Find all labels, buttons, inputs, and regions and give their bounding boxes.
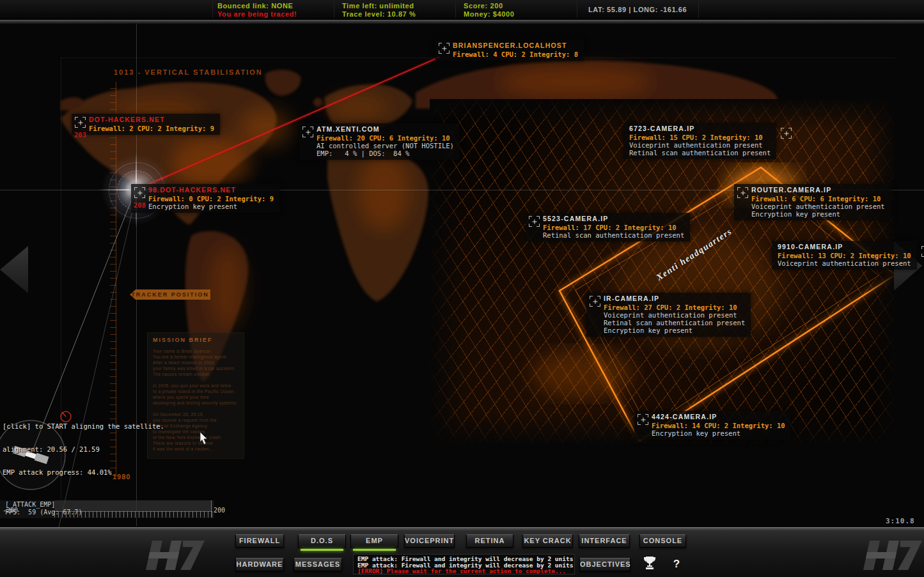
node-hostname: IR-CAMERA.IP — [604, 295, 745, 302]
node-info-line: Voiceprint authentication present — [604, 311, 745, 319]
emp-button[interactable]: EMP — [350, 534, 398, 548]
help-button[interactable]: ? — [666, 556, 687, 573]
node-5523-camera-ip[interactable]: 5523-CAMERA.IPFirewall: 17 CPU: 2 Integr… — [526, 213, 690, 242]
node-router-camera-ip[interactable]: ROUTER.CAMERA.IPFirewall: 6 CPU: 6 Integ… — [734, 184, 891, 220]
target-crosshair-icon — [737, 187, 748, 198]
node-hostname: 6723-CAMERA.IP — [629, 125, 771, 132]
node-hostname: ROUTER.CAMERA.IP — [751, 186, 885, 194]
node-trace-number: 208 — [134, 201, 146, 209]
achievements-button[interactable] — [639, 556, 660, 573]
mission-brief-line: to investigate the causes — [153, 429, 239, 435]
node-info-line: Retinal scan authentication present — [543, 231, 684, 239]
node-stats: Firewall: 0 CPU: 2 Integrity: 9 — [148, 195, 274, 203]
mission-brief-line: In 2005, you quit your work and retire — [153, 383, 239, 389]
console-button[interactable]: CONSOLE — [639, 534, 686, 548]
node-stats: Firewall: 4 CPU: 2 Integrity: 8 — [453, 50, 578, 58]
mission-brief-line: developing and testing security systems. — [153, 400, 239, 406]
score-display: Score: 200 — [464, 2, 503, 10]
firewall-button[interactable]: FIREWALL — [235, 534, 284, 548]
target-crosshair-icon — [529, 216, 540, 227]
node-brianspencer-localhost[interactable]: BRIANSPENCER.LOCALHOSTFirewall: 4 CPU: 2… — [435, 40, 584, 61]
node-98-dot-hackers-net[interactable]: 98.DOT-HACKERS.NETFirewall: 0 CPU: 2 Int… — [131, 184, 279, 213]
node-stats: Firewall: 17 CPU: 2 Integrity: 10 — [543, 224, 684, 231]
ruler-max-label: 200 — [214, 507, 225, 514]
mission-brief-title: MISSION BRIEF — [153, 337, 239, 343]
trophy-icon — [643, 556, 656, 570]
node-stats: Firewall: 6 CPU: 6 Integrity: 10 — [751, 195, 885, 203]
node-info-line: AI controlled server (NOT HOSTILE) — [317, 142, 454, 150]
node-dot-hackers-net[interactable]: DOT-HACKERS.NETFirewall: 2 CPU: 2 Integr… — [72, 114, 220, 135]
ruler-endcap — [211, 500, 212, 518]
node-info-line: Voiceprint authentication present — [751, 203, 885, 210]
target-crosshair-icon — [921, 246, 924, 257]
retina-button[interactable]: RETINA — [466, 534, 513, 548]
mission-brief-line: where you spend your time — [153, 394, 239, 400]
bounced-link-status: Bounced link: NONE — [217, 2, 293, 10]
he-logo-right — [863, 535, 922, 575]
game-screen: 1013 - VERTICAL STABILISATION 1980 Xenti… — [0, 0, 924, 577]
messages-button[interactable]: MESSAGES — [294, 558, 342, 571]
target-crosshair-icon — [134, 187, 145, 198]
node-4424-camera-ip[interactable]: 4424-CAMERA.IPFirewall: 14 CPU: 2 Integr… — [634, 411, 791, 440]
he-logo-left — [146, 535, 205, 575]
node-info-line: Encryption key present — [751, 210, 885, 218]
node-stats: Firewall: 14 CPU: 2 Integrity: 10 — [652, 422, 785, 429]
node-hostname: DOT-HACKERS.NET — [89, 116, 214, 123]
mission-brief-line: it was the work of a hacker... — [153, 446, 239, 452]
hardware-button[interactable]: HARDWARE — [235, 558, 284, 571]
node-stats: Firewall: 27 CPU: 2 Integrity: 10 — [604, 304, 745, 311]
d-o-s-button[interactable]: D.O.S — [298, 534, 346, 548]
node-9910-camera-ip[interactable]: 9910-CAMERA.IPFirewall: 13 CPU: 2 Integr… — [772, 241, 917, 270]
mission-brief-line — [153, 377, 239, 383]
target-crosshair-icon — [590, 296, 600, 307]
mission-brief-text: Your name is Brian Spencer.You are a for… — [153, 348, 239, 452]
interface-button[interactable]: INTERFACE — [579, 534, 630, 548]
mission-brief-line — [153, 406, 239, 412]
mission-brief-line: you receive a request from the — [153, 417, 239, 423]
mission-brief-line: Your name is Brian Spencer. — [153, 348, 239, 354]
target-crosshair-icon — [439, 43, 450, 54]
mission-brief-line: There are reasons to believe — [153, 440, 239, 446]
node-hostname: 5523-CAMERA.IP — [543, 215, 684, 222]
objectives-button[interactable]: OBJECTIVES — [579, 558, 630, 571]
bottom-toolbar: FIREWALLD.O.SEMPVOICEPRINTRETINAKEY CRAC… — [0, 527, 924, 577]
tracker-position-tag[interactable]: TRACKER POSITION — [130, 289, 210, 300]
key-crack-button[interactable]: KEY CRACK — [522, 534, 573, 548]
coordinates-display: LAT: 55.89 | LONG: -161.66 — [588, 6, 687, 13]
node-trace-number: 203 — [74, 131, 86, 139]
ruler-min-label: -200 — [3, 507, 18, 514]
node-6723-camera-ip[interactable]: 6723-CAMERA.IPFirewall: 15 CPU: 2 Integr… — [623, 123, 776, 159]
node-stats: Firewall: 2 CPU: 2 Integrity: 9 — [89, 125, 214, 132]
satellite-hint-line: [click] to START aligning the satellite. — [3, 422, 164, 430]
target-crosshair-icon — [75, 117, 86, 128]
topbar-bevel — [0, 19, 924, 24]
target-crosshair-icon — [638, 414, 648, 425]
node-info-line: Retinal scan authentication present — [629, 149, 771, 157]
voiceprint-button[interactable]: VOICEPRINT — [404, 534, 455, 548]
node-info-line: EMP: 4 % | DOS: 84 % — [317, 150, 454, 157]
mission-brief-line: After a failed mission in 2003, — [153, 360, 239, 365]
node-info-line: Encryption key present — [148, 203, 274, 210]
node-atm-xenti-com[interactable]: ATM.XENTI.COMFirewall: 20 CPU: 6 Integri… — [299, 123, 460, 160]
satellite-hint-line: EMP attack progress: 44.01% — [3, 468, 164, 476]
message-console: EMP attack: Firewall and integrity will … — [353, 554, 575, 574]
node-info-line: Retinal scan authentication present — [604, 319, 745, 327]
top-status-bar: Bounced link: NONE You are being traced!… — [0, 0, 924, 20]
money-display: Money: $4000 — [464, 10, 514, 18]
node-info-line: Encryption key present — [652, 429, 785, 437]
trace-level: Trace level: 10.87 % — [342, 10, 416, 18]
node-stats: Firewall: 15 CPU: 2 Integrity: 10 — [629, 134, 771, 141]
node-info-line: Encryption key present — [604, 327, 745, 334]
mission-clock: 3:10.8 — [886, 517, 915, 525]
mission-brief-line: On December 25, 25:15, — [153, 412, 239, 417]
node-hostname: 98.DOT-HACKERS.NET — [148, 186, 274, 194]
satellite-hint: [click] to START aligning the satellite.… — [3, 407, 164, 491]
time-left: Time left: unlimited — [342, 2, 414, 10]
node-info-line: Voiceprint authentication present — [778, 259, 911, 267]
mission-brief-line: You are a former intelligence agent. — [153, 354, 239, 360]
mission-brief-line: Federal Exchange Agency — [153, 423, 239, 429]
console-error-line: [ERROR] Please wait for the current acti… — [357, 568, 570, 574]
node-hostname: BRIANSPENCER.LOCALHOST — [453, 42, 578, 49]
node-hostname: 4424-CAMERA.IP — [652, 413, 785, 420]
node-ir-camera-ip[interactable]: IR-CAMERA.IPFirewall: 27 CPU: 2 Integrit… — [586, 293, 751, 337]
